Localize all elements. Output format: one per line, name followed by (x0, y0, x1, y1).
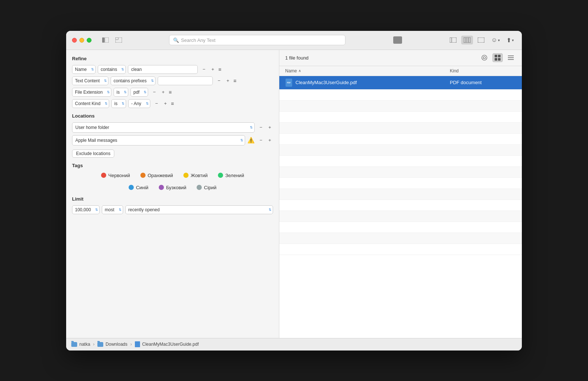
field-select-name[interactable]: Name (72, 65, 96, 74)
operator-dropdown-contains-prefix[interactable]: contains prefixes (111, 76, 155, 85)
filter-menu-2-button[interactable]: ≡ (233, 78, 236, 84)
view-mode-2-button[interactable] (461, 36, 473, 44)
field-select-text-content[interactable]: Text Content (72, 76, 108, 85)
minimize-button[interactable] (79, 38, 84, 43)
limit-qualifier-select[interactable]: most (102, 205, 123, 214)
add-filter-3-button[interactable]: + (160, 89, 166, 96)
tag-gray-dot (197, 185, 202, 190)
operator-select-is-2[interactable]: is (111, 99, 126, 108)
add-location-2-button[interactable]: + (266, 137, 273, 144)
limit-sort-select[interactable]: recently opened (125, 205, 273, 214)
list-view-button[interactable] (506, 53, 516, 62)
value-dropdown-pdf[interactable]: pdf (130, 88, 148, 97)
maximize-button[interactable] (87, 38, 92, 43)
value-select-any[interactable]: - Any (128, 99, 150, 108)
tag-gray[interactable]: Сірий (195, 184, 218, 191)
tag-orange[interactable]: Оранжевий (139, 172, 175, 179)
tag-blue-label: Синій (136, 185, 148, 190)
add-filter-2-button[interactable]: + (225, 78, 231, 84)
filter-value-name[interactable] (128, 65, 198, 74)
operator-dropdown-is[interactable]: is (114, 88, 128, 97)
tag-yellow-label: Жовтий (191, 173, 208, 178)
field-dropdown-extension[interactable]: File Extension (72, 88, 111, 97)
field-dropdown-text-content[interactable]: Text Content (72, 76, 108, 85)
exclude-locations-button[interactable]: Exclude locations (72, 150, 114, 158)
filter-menu-1-button[interactable]: ≡ (218, 67, 221, 72)
value-select-pdf[interactable]: pdf (130, 88, 148, 97)
remove-filter-4-button[interactable]: − (153, 100, 160, 107)
tag-red[interactable]: Червоний (100, 172, 132, 179)
statusbar-user-icon (71, 342, 77, 347)
operator-dropdown-contains[interactable]: contains (98, 65, 126, 74)
search-text: Search Any Text (181, 37, 216, 43)
tag-purple-dot (159, 185, 164, 190)
svg-rect-15 (498, 58, 501, 61)
tag-green[interactable]: Зелений (216, 172, 245, 179)
column-name[interactable]: Name ∧ (285, 68, 450, 73)
field-select-extension[interactable]: File Extension (72, 88, 111, 97)
close-button[interactable] (72, 38, 77, 43)
filter-menu-4-button[interactable]: ≡ (171, 101, 174, 107)
remove-filter-3-button[interactable]: − (151, 89, 158, 96)
file-row-1[interactable]: PDF CleanMyMac3UserGuide.pdf PDF documen… (279, 76, 522, 90)
remove-filter-1-button[interactable]: − (201, 66, 207, 73)
empty-row-15 (279, 244, 522, 255)
tab-view-icon[interactable] (114, 36, 124, 44)
value-dropdown-any[interactable]: - Any (128, 99, 150, 108)
empty-row-14 (279, 233, 522, 244)
filter-row-name: Name contains − + ≡ (72, 65, 273, 74)
refine-title: Refine (72, 56, 273, 61)
filter-value-text-content[interactable] (158, 76, 213, 85)
limit-sort-dropdown[interactable]: recently opened (125, 205, 273, 214)
stop-button[interactable] (393, 36, 402, 44)
remove-location-1-button[interactable]: − (258, 124, 264, 131)
tag-purple[interactable]: Бузковий (157, 184, 188, 191)
location-dropdown-home[interactable]: User home folder (72, 122, 255, 133)
field-dropdown-name[interactable]: Name (72, 65, 96, 74)
location-select-home[interactable]: User home folder (72, 122, 255, 133)
view-mode-1-button[interactable] (447, 36, 459, 44)
empty-row-11 (279, 200, 522, 211)
tag-red-dot (101, 173, 106, 178)
svg-rect-3 (115, 37, 118, 40)
tag-blue[interactable]: Синій (127, 184, 150, 191)
breadcrumb-sep-2: › (130, 342, 132, 347)
tag-yellow-dot (183, 173, 189, 178)
preview-view-button[interactable] (479, 53, 490, 62)
empty-row-13 (279, 222, 522, 233)
pdf-icon-shape: PDF (286, 79, 292, 87)
operator-select-contains-prefix[interactable]: contains prefixes (111, 76, 155, 85)
right-panel: 1 file found (279, 50, 522, 338)
location-select-mail[interactable]: Apple Mail messages (72, 135, 245, 145)
limit-qualifier-dropdown[interactable]: most (102, 205, 123, 214)
search-bar[interactable]: 🔍 Search Any Text (169, 35, 345, 45)
share-menu-button[interactable]: ☺ ▾ (489, 36, 502, 44)
limit-value-select[interactable]: 100,000 (72, 205, 100, 214)
add-filter-4-button[interactable]: + (162, 100, 169, 107)
empty-row-6 (279, 145, 522, 156)
tag-yellow[interactable]: Жовтий (182, 172, 209, 179)
location-dropdown-mail[interactable]: Apple Mail messages (72, 135, 245, 145)
operator-select-is[interactable]: is (114, 88, 128, 97)
chevron-down-icon-2: ▾ (512, 38, 514, 42)
operator-select-contains[interactable]: contains (98, 65, 126, 74)
remove-location-2-button[interactable]: − (258, 137, 264, 144)
field-dropdown-content-kind[interactable]: Content Kind (72, 99, 109, 108)
sidebar-toggle-icon[interactable] (100, 36, 111, 44)
add-filter-1-button[interactable]: + (209, 66, 216, 73)
field-select-content-kind[interactable]: Content Kind (72, 99, 109, 108)
grid-view-button[interactable] (492, 53, 503, 62)
empty-row-2 (279, 101, 522, 112)
view-mode-3-button[interactable] (475, 36, 487, 44)
remove-filter-2-button[interactable]: − (216, 78, 222, 84)
operator-dropdown-is-2[interactable]: is (111, 99, 126, 108)
action-menu-button[interactable]: ⬆ ▾ (504, 36, 516, 44)
column-kind[interactable]: Kind (450, 68, 516, 73)
file-list-header: Name ∧ Kind (279, 66, 522, 76)
titlebar: 🔍 Search Any Text (66, 31, 522, 50)
filter-menu-3-button[interactable]: ≡ (169, 89, 172, 95)
limit-value-dropdown[interactable]: 100,000 (72, 205, 100, 214)
add-location-1-button[interactable]: + (266, 124, 273, 131)
file-kind-1: PDF document (450, 80, 516, 85)
main-content: Refine Name contains − + (66, 50, 522, 338)
